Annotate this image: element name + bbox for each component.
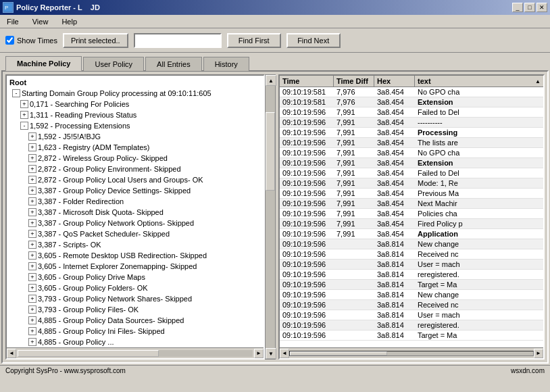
tree-expander[interactable]: + bbox=[28, 251, 36, 260]
table-row[interactable]: 09:10:19:5967,9913a8.454Processing bbox=[280, 128, 543, 138]
menu-view[interactable]: View bbox=[28, 16, 53, 27]
tree-h-thumb bbox=[18, 350, 159, 357]
table-row[interactable]: 09:10:19:5817,9763a8.454No GPO cha bbox=[280, 87, 543, 97]
tree-scroll-area[interactable]: Root - Starting Domain Group Policy proc… bbox=[7, 76, 264, 347]
tree-expander[interactable]: + bbox=[28, 284, 36, 292]
table-h-track bbox=[289, 351, 534, 356]
table-row[interactable]: 09:10:19:5967,9913a8.454---------- bbox=[280, 118, 543, 128]
window-controls[interactable]: _ □ ✕ bbox=[512, 3, 547, 12]
tree-expander[interactable]: + bbox=[28, 143, 36, 151]
table-row[interactable]: 09:10:19:5963a8.814User = mach bbox=[280, 260, 543, 270]
table-row[interactable]: 09:10:19:5963a8.814User = mach bbox=[280, 310, 543, 320]
col-header-time[interactable]: Time bbox=[280, 76, 334, 87]
table-row[interactable]: 09:10:19:5967,9913a8.454Fired Policy p bbox=[280, 219, 543, 229]
cell-hex: 3a8.454 bbox=[374, 138, 415, 147]
tree-scroll-up[interactable]: ▲ bbox=[266, 75, 276, 86]
cell-timediff bbox=[334, 300, 374, 310]
tree-expander[interactable]: + bbox=[28, 132, 36, 141]
cell-text: No GPO cha bbox=[415, 87, 543, 97]
print-selected-button[interactable]: Print selected.. bbox=[63, 33, 128, 48]
tree-expander[interactable]: + bbox=[28, 165, 36, 173]
cell-time: 09:10:19:596 bbox=[280, 290, 334, 299]
tree-v-scrollbar[interactable]: ▲ ▼ bbox=[265, 74, 276, 360]
tree-expander[interactable]: + bbox=[28, 219, 36, 227]
tree-expander[interactable]: + bbox=[28, 338, 36, 346]
table-row[interactable]: 09:10:19:5963a8.814Received nc bbox=[280, 249, 543, 260]
tree-expander[interactable]: + bbox=[28, 241, 36, 249]
table-row[interactable]: 09:10:19:5967,9913a8.454Policies cha bbox=[280, 209, 543, 219]
minimize-button[interactable]: _ bbox=[512, 3, 523, 12]
menu-file[interactable]: File bbox=[3, 16, 23, 27]
find-next-button[interactable]: Find Next bbox=[286, 33, 341, 48]
table-row[interactable]: 09:10:19:5967,9913a8.454Failed to Del bbox=[280, 107, 543, 118]
tree-scroll-left[interactable]: ◄ bbox=[7, 349, 16, 358]
tree-item-label: 1,592 - J5!5!A!BJG bbox=[38, 132, 101, 141]
cell-time: 09:10:19:596 bbox=[280, 138, 334, 147]
table-scroll-right[interactable]: ► bbox=[534, 349, 543, 358]
tree-expander[interactable]: + bbox=[20, 100, 28, 108]
table-row[interactable]: 09:10:19:5967,9913a8.454Next Machir bbox=[280, 199, 543, 209]
cell-text: User = mach bbox=[415, 310, 543, 320]
tab-history[interactable]: History bbox=[203, 57, 249, 71]
close-button[interactable]: ✕ bbox=[536, 3, 547, 12]
tree-expander[interactable]: + bbox=[28, 187, 36, 195]
col-header-timediff[interactable]: Time Diff bbox=[334, 76, 374, 87]
list-item: + 1,311 - Reading Previous Status bbox=[8, 109, 262, 120]
table-row[interactable]: 09:10:19:5963a8.814New change bbox=[280, 239, 543, 249]
table-row[interactable]: 09:10:19:5963a8.814reregistered. bbox=[280, 320, 543, 330]
tree-scroll-right[interactable]: ► bbox=[254, 349, 264, 358]
tree-expander[interactable]: + bbox=[28, 262, 36, 270]
find-first-button[interactable]: Find First bbox=[227, 33, 281, 48]
tree-expander[interactable]: + bbox=[28, 197, 36, 205]
table-row[interactable]: 09:10:19:5967,9913a8.454Previous Ma bbox=[280, 189, 543, 199]
table-row[interactable]: 09:10:19:5963a8.814reregistered. bbox=[280, 270, 543, 280]
cell-hex: 3a8.454 bbox=[374, 168, 415, 178]
table-row[interactable]: 09:10:19:5817,9763a8.454Extension bbox=[280, 97, 543, 107]
table-row[interactable]: 09:10:19:5967,9913a8.454The lists are bbox=[280, 138, 543, 148]
tree-expander[interactable]: + bbox=[28, 208, 36, 216]
tree-expander[interactable]: + bbox=[28, 327, 36, 335]
tree-expander[interactable]: - bbox=[12, 89, 20, 97]
table-row[interactable]: 09:10:19:5967,9913a8.454Mode: 1, Re bbox=[280, 178, 543, 189]
tree-expander[interactable]: + bbox=[28, 154, 36, 162]
table-h-scrollbar[interactable]: ◄ ► bbox=[280, 347, 543, 358]
col-text-label: text bbox=[418, 77, 431, 85]
tree-expander[interactable]: + bbox=[28, 305, 36, 314]
col-header-hex[interactable]: Hex bbox=[374, 76, 415, 87]
tree-scroll-down[interactable]: ▼ bbox=[266, 348, 276, 359]
tree-expander[interactable]: + bbox=[28, 176, 36, 184]
table-row[interactable]: 09:10:19:5963a8.814Received nc bbox=[280, 300, 543, 310]
table-row[interactable]: 09:10:19:5967,9913a8.454Failed to Del bbox=[280, 168, 543, 178]
maximize-button[interactable]: □ bbox=[524, 3, 535, 12]
tab-machine-policy[interactable]: Machine Policy bbox=[5, 56, 82, 71]
title-bar-left: P Policy Reporter - L JD bbox=[3, 2, 100, 13]
tree-panel: Root - Starting Domain Group Policy proc… bbox=[5, 74, 265, 360]
tab-all-entries[interactable]: All Entries bbox=[145, 57, 202, 71]
table-row[interactable]: 09:10:19:5963a8.814Target = Ma bbox=[280, 280, 543, 290]
menu-help[interactable]: Help bbox=[57, 16, 81, 27]
svg-text:P: P bbox=[5, 5, 8, 11]
tree-expander[interactable]: + bbox=[28, 273, 36, 281]
table-row[interactable]: 09:10:19:5967,9913a8.454Application bbox=[280, 229, 543, 239]
table-row[interactable]: 09:10:19:5963a8.814Target = Ma bbox=[280, 330, 543, 341]
table-scroll-left[interactable]: ◄ bbox=[280, 349, 289, 358]
col-header-text[interactable]: text ▲ bbox=[415, 76, 543, 87]
tree-expander[interactable]: + bbox=[28, 316, 36, 324]
tree-expander[interactable]: - bbox=[20, 122, 28, 130]
table-h-thumb bbox=[290, 351, 387, 356]
table-row[interactable]: 09:10:19:5967,9913a8.454Extension bbox=[280, 158, 543, 168]
tree-expander[interactable]: + bbox=[20, 111, 28, 119]
cell-hex: 3a8.454 bbox=[374, 107, 415, 117]
list-item: + 3,387 - Group Policy Device Settings- … bbox=[8, 185, 262, 196]
show-times-checkbox[interactable] bbox=[5, 36, 14, 45]
search-input[interactable] bbox=[134, 33, 222, 48]
tab-user-policy[interactable]: User Policy bbox=[83, 57, 144, 71]
cell-hex: 3a8.814 bbox=[374, 330, 415, 340]
tree-expander[interactable]: + bbox=[28, 230, 36, 238]
tree-item-label: 1,592 - Processing Extensions bbox=[30, 121, 130, 130]
tree-h-scrollbar[interactable]: ◄ ► bbox=[7, 347, 264, 358]
tree-expander[interactable]: + bbox=[28, 295, 36, 303]
table-row[interactable]: 09:10:19:5967,9913a8.454No GPO cha bbox=[280, 148, 543, 158]
table-row[interactable]: 09:10:19:5963a8.814New change bbox=[280, 290, 543, 300]
table-body[interactable]: 09:10:19:5817,9763a8.454No GPO cha09:10:… bbox=[280, 87, 543, 347]
